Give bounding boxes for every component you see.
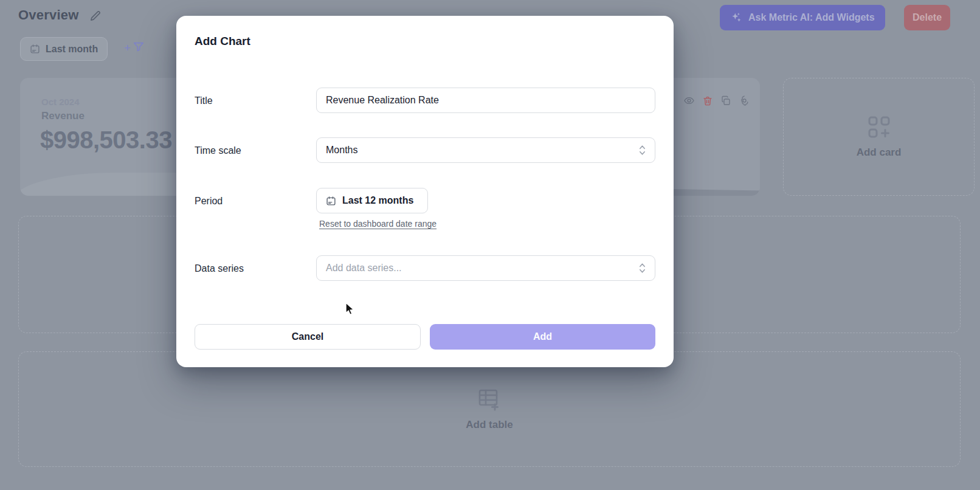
ask-metric-ai-button[interactable]: Ask Metric AI: Add Widgets bbox=[720, 5, 885, 30]
filter-funnel-icon bbox=[132, 40, 145, 53]
mouse-cursor-icon bbox=[344, 302, 356, 316]
chevron-updown-icon bbox=[638, 144, 646, 156]
gear-icon[interactable] bbox=[739, 95, 750, 106]
add-filter-button[interactable]: + bbox=[124, 40, 145, 53]
copy-icon[interactable] bbox=[720, 95, 731, 106]
revenue-card-title: Revenue bbox=[41, 110, 85, 122]
period-button[interactable]: Last 12 months bbox=[316, 188, 428, 213]
time-scale-value: Months bbox=[326, 145, 357, 156]
plus-glyph: + bbox=[124, 42, 131, 53]
cancel-button[interactable]: Cancel bbox=[195, 324, 421, 350]
trash-icon[interactable] bbox=[702, 95, 713, 106]
add-table-icon bbox=[476, 387, 503, 412]
period-value: Last 12 months bbox=[342, 195, 413, 206]
revenue-card-value: $998,503.33 bbox=[40, 126, 172, 154]
revenue-card-period: Oct 2024 bbox=[41, 97, 80, 107]
add-table-tile[interactable]: Add table bbox=[18, 351, 961, 467]
period-label: Period bbox=[195, 196, 223, 207]
add-card-label: Add card bbox=[857, 147, 902, 159]
data-series-select[interactable]: Add data series... bbox=[316, 255, 655, 281]
ask-metric-ai-label: Ask Metric AI: Add Widgets bbox=[748, 12, 875, 23]
chevron-updown-icon bbox=[638, 262, 646, 274]
calendar-icon bbox=[326, 196, 336, 206]
date-range-button[interactable]: Last month bbox=[20, 37, 108, 61]
add-button[interactable]: Add bbox=[430, 324, 655, 350]
edit-title-pencil-icon[interactable] bbox=[89, 10, 101, 22]
data-series-label: Data series bbox=[195, 263, 244, 274]
time-scale-label: Time scale bbox=[195, 145, 241, 156]
delete-label: Delete bbox=[913, 12, 942, 23]
add-card-icon bbox=[867, 115, 891, 139]
date-range-label: Last month bbox=[46, 44, 98, 55]
calendar-icon bbox=[30, 44, 40, 54]
page-title: Overview bbox=[18, 7, 78, 23]
delete-button[interactable]: Delete bbox=[904, 5, 950, 30]
sparkles-icon bbox=[730, 12, 742, 24]
title-field-label: Title bbox=[195, 95, 213, 106]
time-scale-select[interactable]: Months bbox=[316, 137, 655, 163]
chart-title-input[interactable] bbox=[316, 88, 655, 113]
data-series-placeholder: Add data series... bbox=[326, 263, 402, 274]
reset-date-range-link[interactable]: Reset to dashboard date range bbox=[319, 219, 437, 229]
add-chart-modal: Add Chart Title Time scale Months Period… bbox=[176, 16, 674, 367]
add-table-label: Add table bbox=[466, 419, 512, 431]
eye-icon[interactable] bbox=[683, 95, 695, 106]
modal-title: Add Chart bbox=[195, 35, 250, 48]
add-card-tile[interactable]: Add card bbox=[783, 78, 975, 196]
